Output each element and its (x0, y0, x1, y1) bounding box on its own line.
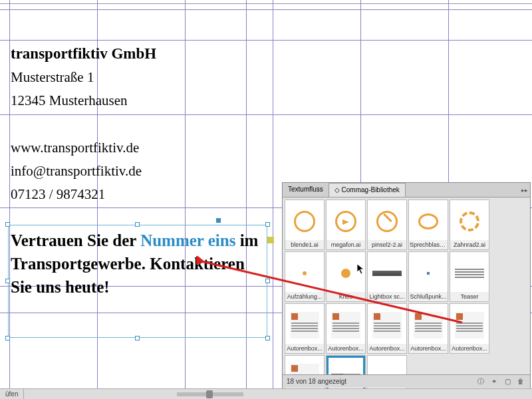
library-item[interactable]: Autorenbox... (408, 303, 448, 354)
lines-icon (455, 269, 484, 278)
zoom-slider[interactable] (177, 392, 243, 396)
app-status-bar: üfen (0, 388, 532, 399)
library-item-label: Autorenbox... (368, 344, 406, 353)
meg-icon (335, 211, 356, 232)
anchor-indicator[interactable] (267, 237, 274, 243)
library-item[interactable]: Zahnrad2.ai (450, 200, 489, 250)
panel-menu-icon[interactable]: ▸▸ (519, 183, 530, 197)
library-item-label: Teaser (450, 292, 489, 301)
address-street[interactable]: Musterstraße 1 (11, 69, 94, 86)
resize-handle[interactable] (135, 336, 140, 340)
library-item-label: megafon.ai (327, 240, 365, 249)
library-item[interactable]: Autorenbox... (367, 303, 407, 354)
library-item[interactable]: megafon.ai (326, 200, 366, 250)
library-item[interactable]: Autorenbox... (285, 303, 325, 354)
website[interactable]: www.transportfiktiv.de (11, 140, 139, 156)
bar-icon (372, 271, 402, 276)
library-item[interactable]: Sprechblase.ai (408, 200, 448, 250)
library-grid: blende1.aimegafon.aipinsel2-2.aiSprechbl… (283, 198, 530, 399)
resize-handle[interactable] (265, 336, 270, 340)
sdot-icon (427, 272, 430, 275)
library-item-label: Autorenbox... (285, 344, 324, 353)
dot-icon (303, 271, 307, 275)
status-text: 18 von 18 angezeigt (287, 378, 346, 385)
email[interactable]: info@transportfiktiv.de (11, 163, 142, 180)
box-icon (372, 312, 402, 338)
library-item-label: pinsel2-2.ai (368, 240, 406, 249)
library-item[interactable]: pinsel2-2.ai (367, 200, 407, 250)
anchor-indicator[interactable] (216, 218, 221, 223)
box-icon (290, 312, 319, 338)
tab-library[interactable]: ◇ Commag-Bibliothek (329, 183, 406, 197)
panel-status-bar: 18 von 18 angezeigt ⓘ ⚭ ▢ 🗑 (283, 374, 530, 388)
box-icon (455, 312, 484, 338)
slogan-frame[interactable]: Vertrauen Sie der Nummer eins im Transpo… (8, 225, 267, 338)
trash-icon[interactable]: 🗑 (515, 377, 526, 386)
info-icon[interactable]: ⓘ (475, 377, 486, 386)
box-icon (331, 312, 360, 338)
resize-handle[interactable] (265, 222, 270, 227)
library-item-label: Autorenbox... (450, 344, 489, 353)
library-item-label: Kreis (327, 292, 365, 301)
library-item[interactable]: blende1.ai (285, 200, 325, 250)
library-item-label: Zahnrad2.ai (450, 240, 489, 249)
library-item[interactable]: Teaser (450, 251, 489, 302)
odot-icon (341, 269, 350, 278)
cursor-icon (356, 263, 366, 275)
brush-icon (376, 211, 398, 232)
panel-tabs: Textumfluss ◇ Commag-Bibliothek ▸▸ (283, 183, 530, 198)
library-item-label: Autorenbox... (327, 344, 365, 353)
library-item-label: Autorenbox... (409, 344, 448, 353)
library-item[interactable]: Kreis (326, 251, 366, 302)
library-item[interactable]: Aufzählung... (285, 251, 325, 302)
resize-handle[interactable] (5, 336, 10, 340)
library-panel[interactable]: Textumfluss ◇ Commag-Bibliothek ▸▸ blend… (282, 182, 531, 388)
library-item-label: Lightbox sc... (368, 292, 406, 301)
address-city[interactable]: 12345 Musterhausen (11, 92, 128, 109)
resize-handle[interactable] (135, 222, 140, 227)
gear-icon (460, 211, 479, 231)
library-item-label: blende1.ai (285, 240, 324, 249)
link-icon[interactable]: ⚭ (489, 377, 499, 386)
library-item[interactable]: Lightbox sc... (367, 251, 407, 302)
library-item[interactable]: Schlußpunk... (408, 251, 448, 302)
library-item-label: Schlußpunk... (409, 292, 448, 301)
library-item-label: Sprechblase.ai (409, 240, 448, 249)
company-name[interactable]: transportfiktiv GmbH (11, 45, 156, 63)
resize-handle[interactable] (5, 222, 10, 227)
new-icon[interactable]: ▢ (502, 377, 513, 386)
library-item[interactable]: Autorenbox... (450, 303, 489, 354)
circle-icon (294, 211, 315, 232)
ruler-top (0, 0, 532, 4)
box-icon (414, 312, 443, 338)
library-item[interactable]: Autorenbox... (326, 303, 366, 354)
phone[interactable]: 07123 / 9874321 (11, 186, 105, 203)
library-item-label: Aufzählung... (285, 292, 324, 301)
status-segment[interactable]: üfen (0, 389, 24, 399)
tab-textflow[interactable]: Textumfluss (283, 183, 329, 197)
slogan-text[interactable]: Vertrauen Sie der Nummer eins im Transpo… (11, 229, 267, 299)
resize-handle[interactable] (5, 279, 10, 283)
bubble-icon (418, 213, 438, 229)
